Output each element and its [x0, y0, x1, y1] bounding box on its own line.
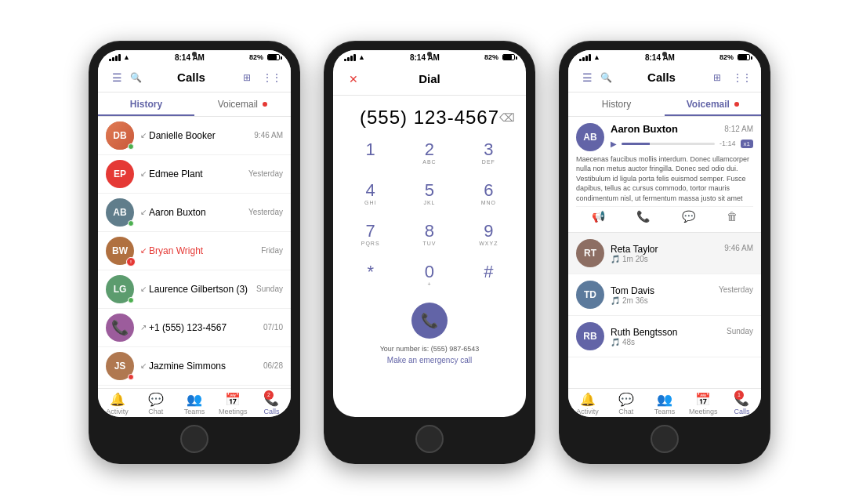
call-item[interactable]: EP ↙ Edmee Plant Yesterday — [98, 155, 291, 194]
emergency-call-link[interactable]: Make an emergency call — [333, 353, 526, 368]
vm-badge: x1 — [741, 140, 753, 148]
call-item-bryan[interactable]: BW ! ↙ Bryan Wright Friday — [98, 232, 291, 270]
call-item[interactable]: JS ↙ Jazmine Simmons 06/28 — [98, 347, 291, 386]
bottom-nav-3: 🔔Activity 💬Chat 👥Teams 📅Meetings 1 📞 Cal… — [568, 388, 761, 417]
vm-item-time: Sunday — [727, 327, 753, 338]
search-icon-3[interactable]: 🔍 — [596, 68, 615, 87]
nav-meetings-3[interactable]: 📅Meetings — [684, 392, 723, 415]
vm-action-speaker[interactable]: 📢 — [592, 210, 605, 223]
dial-title: Dial — [363, 72, 496, 85]
vm-list-item-ruth[interactable]: RB Ruth Bengtsson Sunday 🎵 48s — [568, 316, 761, 357]
chat-icon: 💬 — [148, 392, 164, 407]
vm-time: 8:12 AM — [724, 125, 753, 133]
backspace-button[interactable]: ⌫ — [499, 111, 515, 124]
nav-teams[interactable]: 👥Teams — [175, 392, 213, 415]
keypad-icon[interactable]: ⊞ — [237, 68, 256, 87]
key-hash[interactable]: # — [459, 256, 518, 296]
status-time-3: 8:14 AM — [645, 53, 675, 62]
vm-action-delete[interactable]: 🗑 — [727, 210, 738, 223]
battery-text-3: 82% — [719, 53, 734, 61]
call-item[interactable]: AB ↙ Aaron Buxton Yesterday — [98, 194, 291, 232]
voicemail-list: RT Reta Taylor 9:46 AM 🎵 1m 20s — [568, 233, 761, 357]
vm-play-icon[interactable]: ▶ — [611, 140, 617, 148]
nav-meetings[interactable]: 📅Meetings — [214, 392, 252, 415]
call-time: Yesterday — [248, 208, 283, 216]
vm-item-info: Ruth Bengtsson Sunday 🎵 48s — [611, 327, 753, 346]
vm-item-name: Tom Davis — [611, 285, 654, 296]
vm-item-info: Tom Davis Yesterday 🎵 2m 36s — [611, 285, 753, 305]
vm-list-item-reta[interactable]: RT Reta Taylor 9:46 AM 🎵 1m 20s — [568, 233, 761, 274]
call-time: Sunday — [256, 285, 283, 293]
vm-action-message[interactable]: 💬 — [682, 210, 695, 223]
call-info: ↗ +1 (555) 123-4567 — [140, 322, 263, 333]
caller-name: Jazmine Simmons — [149, 361, 226, 372]
call-time: 07/10 — [263, 323, 283, 332]
call-item[interactable]: 📞 ↗ +1 (555) 123-4567 07/10 — [98, 309, 291, 347]
tab-history-3[interactable]: History — [568, 92, 665, 116]
key-2[interactable]: 2ABC — [400, 133, 458, 174]
signal-icon-3 — [579, 54, 591, 61]
tab-voicemail-1[interactable]: Voicemail — [194, 92, 291, 116]
vm-item-name: Reta Taylor — [611, 244, 658, 255]
search-icon-1[interactable]: 🔍 — [126, 68, 145, 87]
nav-label-3: Activity — [576, 408, 599, 415]
battery-icon-3 — [738, 54, 750, 60]
tab-history-1[interactable]: History — [98, 92, 194, 116]
key-8[interactable]: 8TUV — [400, 215, 458, 256]
caller-name: +1 (555) 123-4567 — [149, 322, 227, 333]
caller-name: Laurence Gilbertson (3) — [149, 284, 248, 295]
key-1[interactable]: 1 — [341, 133, 400, 174]
hamburger-icon-3[interactable]: ☰ — [578, 68, 596, 87]
nav-chat-3[interactable]: 💬Chat — [607, 392, 645, 415]
screen-calls-history: ▲ 8:14 AM 82% ☰ 🔍 Calls ⊞ ⋮⋮ Hi — [98, 50, 291, 417]
nav-label-3: Meetings — [689, 408, 718, 415]
nav-calls[interactable]: 2 📞 Calls — [252, 392, 291, 415]
call-item[interactable]: LG ↙ Laurence Gilbertson (3) Sunday — [98, 270, 291, 309]
home-button-1[interactable] — [180, 425, 208, 453]
key-6[interactable]: 6MNO — [459, 174, 518, 215]
vm-progress-bar — [622, 143, 715, 145]
call-item[interactable]: DB ↙ Danielle Booker 9:46 AM — [98, 117, 291, 155]
vm-item-dur: 1m 20s — [622, 255, 648, 263]
close-button[interactable]: ✕ — [344, 70, 363, 89]
nav-calls-3[interactable]: 1 📞 Calls — [723, 392, 761, 415]
avatar-bryan: BW ! — [106, 237, 134, 265]
call-button[interactable]: 📞 — [411, 303, 448, 339]
tab-voicemail-3[interactable]: Voicemail — [665, 92, 761, 116]
home-button-3[interactable] — [651, 425, 679, 453]
nav-activity[interactable]: 🔔Activity — [98, 392, 136, 415]
header-title-1: Calls — [145, 71, 237, 84]
chat-icon-3: 💬 — [618, 392, 634, 407]
voicemail-dot-3 — [734, 102, 739, 107]
phone-bottom-2 — [333, 423, 526, 455]
activity-icon-3: 🔔 — [580, 392, 596, 407]
hamburger-icon[interactable]: ☰ — [107, 68, 126, 87]
more-icon-3[interactable]: ⋮⋮ — [733, 68, 752, 87]
vm-action-call[interactable]: 📞 — [636, 210, 650, 223]
key-0[interactable]: 0+ — [400, 256, 458, 296]
nav-label-3: Teams — [654, 408, 676, 415]
status-dot — [128, 374, 134, 380]
vm-list-item-tom[interactable]: TD Tom Davis Yesterday 🎵 2m 36s — [568, 274, 761, 316]
nav-activity-3[interactable]: 🔔Activity — [568, 392, 607, 415]
nav-teams-3[interactable]: 👥Teams — [645, 392, 683, 415]
status-bar-1: ▲ 8:14 AM 82% — [98, 50, 291, 63]
more-icon[interactable]: ⋮⋮ — [263, 68, 281, 87]
key-4[interactable]: 4GHI — [341, 174, 400, 215]
teams-icon: 👥 — [187, 392, 202, 407]
nav-chat[interactable]: 💬Chat — [136, 392, 175, 415]
key-star[interactable]: * — [341, 256, 400, 296]
bottom-nav-1: 🔔Activity 💬Chat 👥Teams 📅Meetings 2 📞 Cal… — [98, 388, 291, 417]
key-7[interactable]: 7PQRS — [341, 215, 400, 256]
wifi-icon: ▲ — [123, 53, 130, 61]
status-bar-3: ▲ 8:14 AM 82% — [568, 50, 761, 63]
vm-avatar-aaron: AB — [576, 123, 604, 151]
keypad-icon-3[interactable]: ⊞ — [708, 68, 727, 87]
key-3[interactable]: 3DEF — [459, 133, 518, 174]
key-5[interactable]: 5JKL — [400, 174, 458, 215]
phone-calls-history: ▲ 8:14 AM 82% ☰ 🔍 Calls ⊞ ⋮⋮ Hi — [89, 41, 300, 464]
key-9[interactable]: 9WXYZ — [459, 215, 518, 256]
home-button-2[interactable] — [415, 425, 444, 453]
status-dot — [128, 220, 134, 227]
wifi-icon-2: ▲ — [358, 53, 365, 61]
